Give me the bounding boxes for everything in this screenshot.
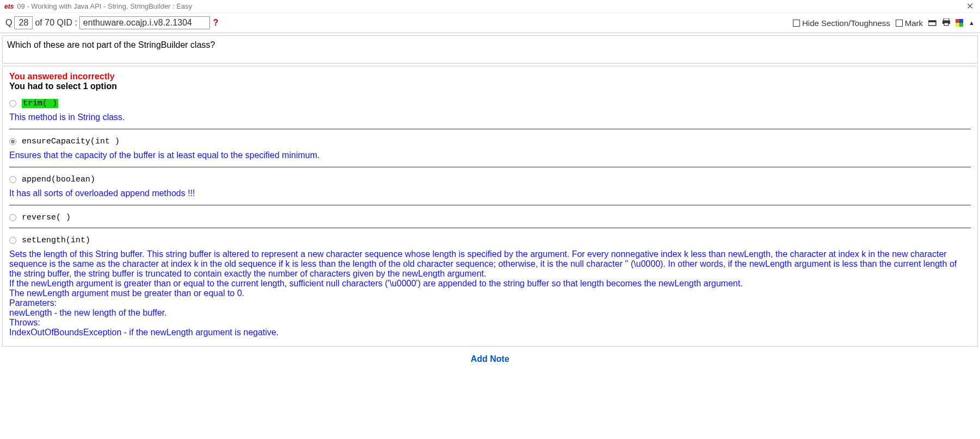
answer-option: trim( ) This method is in String class. xyxy=(9,97,971,127)
qid-help-icon[interactable]: ? xyxy=(213,18,219,28)
option-code: ensureCapacity(int ) xyxy=(22,137,120,146)
separator xyxy=(9,129,971,129)
q-prefix: Q xyxy=(5,18,12,28)
radio-icon[interactable] xyxy=(9,176,16,183)
print-icon[interactable] xyxy=(942,18,950,28)
add-note-button[interactable]: Add Note xyxy=(0,349,980,366)
checkbox-icon xyxy=(896,20,903,27)
mark-checkbox[interactable]: Mark xyxy=(896,18,923,28)
separator xyxy=(9,167,971,167)
radio-icon[interactable] xyxy=(9,214,16,221)
option-explanation: Ensures that the capacity of the buffer … xyxy=(9,150,971,160)
qid-input[interactable]: enthuware.ocajp.i.v8.2.1304 xyxy=(79,16,210,29)
answer-option: setLength(int) Sets the length of this S… xyxy=(9,234,971,342)
feedback-instruction: You had to select 1 option xyxy=(9,81,971,91)
option-code: setLength(int) xyxy=(22,236,90,245)
answer-option: reverse( ) xyxy=(9,211,971,225)
display-colors-icon[interactable] xyxy=(956,19,963,27)
option-explanation: Sets the length of this String buffer. T… xyxy=(9,249,971,337)
window-restore-icon[interactable] xyxy=(928,18,937,28)
svg-rect-2 xyxy=(944,18,949,21)
separator xyxy=(9,228,971,228)
option-explanation: It has all sorts of overloaded append me… xyxy=(9,189,971,198)
question-text: Which of these are not part of the Strin… xyxy=(7,40,215,49)
app-brand: ets xyxy=(4,3,14,10)
checkbox-icon xyxy=(793,20,800,27)
feedback-wrong: You answered incorrectly xyxy=(9,72,971,81)
hide-section-label: Hide Section/Toughness xyxy=(802,18,890,28)
question-panel: Which of these are not part of the Strin… xyxy=(2,35,978,64)
svg-rect-1 xyxy=(928,21,936,22)
hide-section-checkbox[interactable]: Hide Section/Toughness xyxy=(793,18,890,28)
scroll-up-caret[interactable]: ▲ xyxy=(969,20,975,26)
radio-icon[interactable] xyxy=(9,138,16,145)
radio-icon[interactable] xyxy=(9,100,16,107)
answer-option: ensureCapacity(int ) Ensures that the ca… xyxy=(9,135,971,165)
answer-panel: You answered incorrectly You had to sele… xyxy=(2,66,978,347)
question-number-input[interactable]: 28 xyxy=(14,16,33,29)
option-code: trim( ) xyxy=(22,99,58,108)
separator xyxy=(9,205,971,205)
option-code: append(boolean) xyxy=(22,175,95,184)
question-navbar: Q 28 of 70 QID : enthuware.ocajp.i.v8.2.… xyxy=(0,13,980,33)
window-close-button[interactable]: ✕ xyxy=(964,1,976,11)
option-code: reverse( ) xyxy=(22,213,71,222)
answer-option: append(boolean) It has all sorts of over… xyxy=(9,173,971,203)
window-titlebar: ets 09 - Working with Java API - String,… xyxy=(0,0,980,13)
option-explanation: This method is in String class. xyxy=(9,112,971,122)
radio-icon[interactable] xyxy=(9,237,16,244)
svg-rect-4 xyxy=(944,23,948,26)
window-title: 09 - Working with Java API - String, Str… xyxy=(17,2,192,10)
mark-label: Mark xyxy=(905,18,923,28)
of-label: of 70 QID : xyxy=(35,18,77,28)
